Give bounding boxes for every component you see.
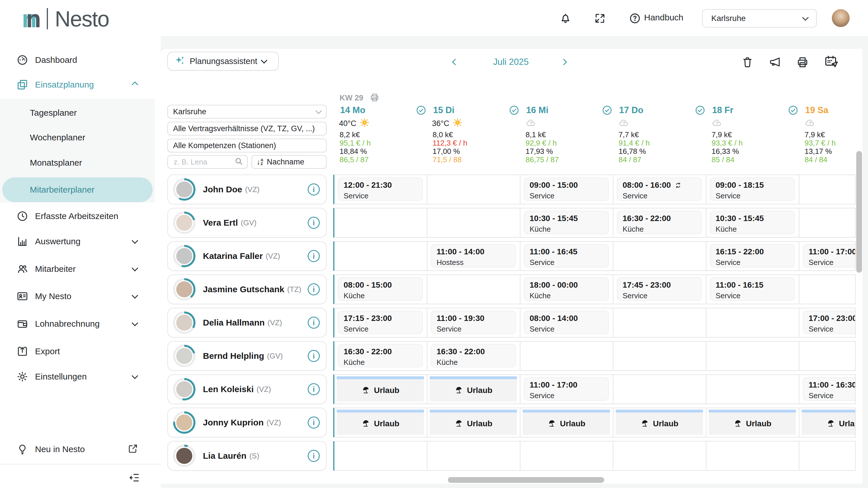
- location-filter[interactable]: Karlsruhe: [167, 105, 327, 119]
- current-month-label[interactable]: Juli 2025: [471, 57, 551, 67]
- employee-card-delia-hallmann[interactable]: Delia Hallmann(VZ)i: [167, 308, 327, 338]
- shift-chip[interactable]: 16:15 - 22:00Service: [710, 244, 795, 268]
- schedule-cell[interactable]: 10:30 - 15:45Küche: [706, 208, 799, 237]
- schedule-cell[interactable]: [799, 275, 856, 304]
- previous-month-button[interactable]: [450, 56, 461, 68]
- sidebar-item-einstellungen[interactable]: Einstellungen: [0, 364, 161, 389]
- vacation-chip[interactable]: Urlaub: [802, 409, 856, 435]
- notifications-bell-icon[interactable]: [559, 12, 572, 25]
- employee-card-jasmine-gutschank[interactable]: Jasmine Gutschank(TZ)i: [167, 274, 327, 304]
- employee-card-jonny-kuprion[interactable]: Jonny Kuprion(VZ)i: [167, 408, 327, 437]
- schedule-cell[interactable]: 17:15 - 23:00Service: [334, 308, 427, 337]
- schedule-cell[interactable]: 16:30 - 22:00Küche: [334, 342, 427, 370]
- shift-chip[interactable]: 17:45 - 23:00Service: [617, 277, 702, 301]
- shift-chip[interactable]: 16:30 - 22:00Küche: [431, 344, 516, 367]
- sidebar-item-neu-in-nesto[interactable]: Neu in Nesto: [0, 437, 161, 462]
- sidebar-item-mitarbeiter[interactable]: Mitarbeiter: [0, 256, 161, 281]
- sidebar-item-export[interactable]: Export: [0, 339, 161, 364]
- info-icon[interactable]: i: [308, 383, 320, 395]
- schedule-cell[interactable]: Urlaub: [334, 375, 427, 404]
- schedule-cell[interactable]: Urlaub: [613, 408, 706, 437]
- fullscreen-icon[interactable]: [594, 12, 606, 25]
- employee-card-katarina-faller[interactable]: Katarina Faller(VZ)i: [167, 241, 327, 271]
- sidebar-item-tagesplaner[interactable]: Tagesplaner: [0, 100, 155, 125]
- sidebar-item-wochenplaner[interactable]: Wochenplaner: [0, 125, 155, 150]
- schedule-cell[interactable]: Urlaub: [706, 408, 799, 437]
- shift-chip[interactable]: 10:30 - 15:45Küche: [524, 211, 609, 234]
- employee-search-input[interactable]: [173, 157, 229, 167]
- schedule-cell[interactable]: 10:30 - 15:45Küche: [520, 208, 613, 237]
- announce-icon[interactable]: [768, 55, 782, 69]
- employee-card-bernd-helpling[interactable]: Bernd Helpling(GV)i: [167, 341, 327, 371]
- vacation-chip[interactable]: Urlaub: [337, 409, 424, 435]
- schedule-cell[interactable]: 11:00 - 19:30Service: [427, 308, 520, 337]
- print-icon[interactable]: [796, 55, 809, 69]
- schedule-cell[interactable]: 11:00 - 17:00Service: [520, 375, 613, 404]
- sort-by-lastname-button[interactable]: ↓AZ Nachname: [251, 155, 327, 169]
- schedule-cell[interactable]: Urlaub: [799, 408, 856, 437]
- schedule-cell[interactable]: 11:00 - 16:45Service: [520, 242, 613, 270]
- contracts-filter[interactable]: Alle Vertragsverhältnisse (VZ, TZ, GV, .…: [167, 122, 327, 135]
- shift-chip[interactable]: 11:00 - 19:30Service: [431, 311, 516, 334]
- schedule-cell[interactable]: 08:00 - 16:00Service: [613, 175, 706, 204]
- day-approved-check-icon[interactable]: [788, 105, 798, 115]
- next-month-button[interactable]: [558, 56, 569, 68]
- schedule-cell[interactable]: 17:00 - 23:00Service: [799, 308, 856, 337]
- shift-chip[interactable]: 08:00 - 15:00Küche: [338, 277, 423, 301]
- vacation-chip[interactable]: Urlaub: [709, 409, 796, 435]
- schedule-cell[interactable]: [334, 242, 427, 270]
- schedule-cell[interactable]: [799, 441, 856, 470]
- schedule-cell[interactable]: Urlaub: [520, 408, 613, 437]
- schedule-cell[interactable]: [613, 441, 706, 470]
- handbuch-link[interactable]: Handbuch: [644, 12, 683, 22]
- schedule-cell[interactable]: [427, 208, 520, 237]
- schedule-cell[interactable]: [427, 275, 520, 304]
- schedule-cell[interactable]: [613, 342, 706, 370]
- employee-card-len-koleiski[interactable]: Len Koleiski(VZ)i: [167, 374, 327, 404]
- info-icon[interactable]: i: [308, 350, 320, 362]
- location-dropdown[interactable]: Karlsruhe: [702, 9, 817, 28]
- schedule-cell[interactable]: 12:00 - 21:30Service: [334, 175, 427, 204]
- vacation-chip[interactable]: Urlaub: [523, 409, 610, 435]
- schedule-cell[interactable]: 08:00 - 14:00Service: [520, 308, 613, 337]
- shift-chip[interactable]: 12:00 - 21:30Service: [338, 177, 423, 201]
- vacation-chip[interactable]: Urlaub: [616, 409, 703, 435]
- shift-chip[interactable]: 08:00 - 16:00Service: [617, 177, 702, 201]
- schedule-cell[interactable]: 11:00 - 16:15Service: [706, 275, 799, 304]
- schedule-cell[interactable]: [427, 175, 520, 204]
- day-approved-check-icon[interactable]: [695, 105, 705, 115]
- schedule-cell[interactable]: [427, 441, 520, 470]
- shift-chip[interactable]: 11:00 - 16:45Service: [524, 244, 609, 268]
- vacation-chip[interactable]: Urlaub: [337, 376, 424, 402]
- schedule-cell[interactable]: [613, 375, 706, 404]
- schedule-cell[interactable]: 11:00 - 17:00Service: [799, 242, 856, 270]
- info-icon[interactable]: i: [308, 316, 320, 329]
- shift-chip[interactable]: 16:30 - 22:00Küche: [338, 344, 423, 367]
- shift-chip[interactable]: 08:00 - 14:00Service: [524, 311, 609, 334]
- employee-card-vera-ertl[interactable]: Vera Ertl(GV)i: [167, 208, 327, 238]
- schedule-cell[interactable]: 09:00 - 15:00Service: [520, 175, 613, 204]
- help-icon[interactable]: [629, 12, 641, 25]
- shift-chip[interactable]: 18:00 - 00:00Küche: [524, 277, 609, 301]
- shift-chip[interactable]: 09:00 - 15:00Service: [524, 177, 609, 201]
- schedule-cell[interactable]: 08:00 - 15:00Küche: [334, 275, 427, 304]
- day-approved-check-icon[interactable]: [602, 105, 612, 115]
- schedule-cell[interactable]: 11:00 - 14:00Hostess: [427, 242, 520, 270]
- schedule-cell[interactable]: [706, 308, 799, 337]
- schedule-cell[interactable]: [706, 375, 799, 404]
- shift-chip[interactable]: 11:00 - 17:00Service: [524, 377, 609, 401]
- info-icon[interactable]: i: [308, 217, 320, 229]
- schedule-cell[interactable]: [799, 342, 856, 370]
- schedule-cell[interactable]: 11:00 - 16:30Service: [799, 375, 856, 404]
- info-icon[interactable]: i: [308, 183, 320, 195]
- shift-chip[interactable]: 16:30 - 22:00Küche: [617, 211, 702, 234]
- print-week-icon[interactable]: [370, 92, 379, 103]
- publish-plan-icon[interactable]: [825, 55, 838, 68]
- shift-chip[interactable]: 17:00 - 23:00Service: [803, 311, 856, 334]
- shift-chip[interactable]: 11:00 - 16:15Service: [710, 277, 795, 301]
- sidebar-item-dashboard[interactable]: Dashboard: [0, 48, 161, 72]
- sidebar-item-einsatzplanung[interactable]: Einsatzplanung: [0, 72, 161, 97]
- shift-chip[interactable]: 09:00 - 18:15Service: [710, 177, 795, 201]
- sidebar-item-auswertung[interactable]: Auswertung: [0, 229, 161, 254]
- shift-chip[interactable]: 10:30 - 15:45Küche: [710, 211, 795, 234]
